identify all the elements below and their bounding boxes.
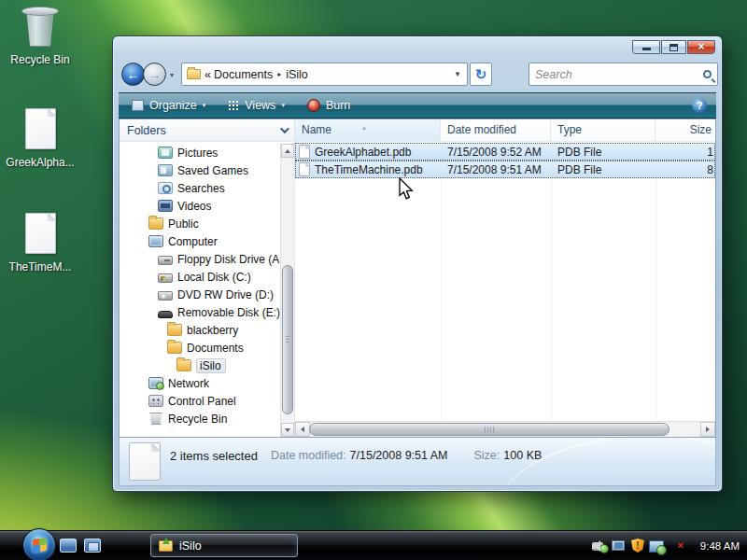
tree-scrollbar-thumb[interactable]	[282, 265, 293, 414]
network-status-icon[interactable]	[649, 539, 664, 553]
taskbar-button-isilo[interactable]: iSilo	[150, 534, 298, 557]
sidebar-item-control-panel[interactable]: Control Panel	[120, 392, 280, 410]
minimize-button[interactable]	[632, 40, 660, 54]
column-divider	[655, 143, 656, 421]
isilo-folder-icon	[159, 540, 173, 552]
column-header-type[interactable]: Type	[551, 119, 655, 141]
back-button[interactable]: ←	[121, 63, 145, 86]
sidebar-item-searches[interactable]: Searches	[120, 179, 280, 197]
burn-button[interactable]: Burn	[307, 99, 350, 112]
views-button[interactable]: Views ▾	[228, 99, 285, 112]
folder-icon	[167, 324, 182, 336]
list-scrollbar-thumb[interactable]	[309, 423, 669, 436]
sidebar-item-isilo[interactable]: iSilo	[120, 357, 280, 374]
sidebar-item-blackberry[interactable]: blackberry	[120, 321, 280, 339]
maximize-button[interactable]	[661, 40, 686, 54]
sidebar-item-recycle-bin[interactable]: Recycle Bin	[120, 410, 280, 427]
sidebar-item-videos[interactable]: Videos	[120, 197, 280, 215]
system-tray: ! ×	[592, 539, 684, 553]
maximize-icon	[669, 44, 678, 51]
taskbar-clock[interactable]: 9:48 AM	[700, 531, 740, 560]
close-icon: ×	[698, 41, 704, 53]
search-icon[interactable]	[703, 70, 712, 78]
column-divider	[551, 143, 552, 421]
computer-icon	[148, 235, 163, 247]
desktop-icon-label: Recycle Bin	[0, 53, 80, 66]
start-button[interactable]	[22, 528, 56, 560]
sidebar-item-label: Control Panel	[168, 394, 240, 409]
refresh-button[interactable]: ↻	[470, 63, 492, 86]
search-input[interactable]	[535, 68, 703, 81]
list-horizontal-scrollbar[interactable]	[295, 421, 715, 437]
file-row-greekalphabet-pdb[interactable]: GreekAlphabet.pdb7/15/2008 9:52 AMPDB Fi…	[295, 143, 715, 161]
scroll-right-button[interactable]	[700, 422, 715, 437]
organize-label: Organize	[149, 99, 197, 112]
search-box[interactable]	[529, 63, 718, 86]
sidebar-item-label: Network	[168, 376, 213, 391]
selection-preview-icon	[129, 442, 161, 481]
disk-icon	[158, 273, 173, 283]
scroll-down-button[interactable]	[281, 423, 294, 437]
sidebar-item-public[interactable]: Public	[120, 215, 280, 232]
security-alert-icon[interactable]: !	[631, 539, 644, 553]
sidebar-item-removable-disk-e[interactable]: Removable Disk (E:)	[120, 303, 280, 321]
folders-collapse-icon[interactable]	[280, 124, 289, 133]
close-button[interactable]: ×	[687, 40, 715, 54]
sidebar-item-label: DVD RW Drive (D:)	[177, 287, 277, 302]
sidebar-item-dvd-rw-drive-d[interactable]: DVD RW Drive (D:)	[120, 286, 280, 303]
address-dropdown-icon[interactable]: ▼	[454, 70, 463, 78]
scroll-up-button[interactable]	[281, 144, 294, 158]
recent-pages-dropdown[interactable]: ▾	[170, 71, 174, 79]
column-header-date-modified[interactable]: Date modified	[441, 119, 551, 141]
sidebar-item-floppy-disk-drive-a[interactable]: Floppy Disk Drive (A:)	[120, 250, 280, 268]
sort-ascending-icon: ▴	[362, 117, 366, 138]
help-button[interactable]: ?	[692, 98, 707, 113]
back-arrow-icon: ←	[127, 67, 140, 82]
size-value: 100 KB	[503, 449, 542, 463]
tree-vertical-scrollbar[interactable]	[280, 144, 294, 437]
show-desktop-button[interactable]	[60, 539, 77, 553]
sidebar-item-label: Public	[168, 217, 203, 231]
column-header-label: Date modified	[447, 123, 516, 136]
folder-icon	[167, 342, 182, 354]
sidebar-item-computer[interactable]: Computer	[120, 232, 280, 250]
status-bar: 2 items selected Date modified: 7/15/200…	[119, 438, 716, 486]
breadcrumb-separator-icon: ▸	[275, 70, 283, 78]
sidebar-item-local-disk-c[interactable]: Local Disk (C:)	[120, 268, 280, 286]
sidebar-item-documents[interactable]: Documents	[120, 339, 280, 357]
sidebar-item-label: Videos	[177, 199, 215, 214]
command-toolbar: Organize ▾ Views ▾ Burn ?	[119, 92, 716, 119]
sidebar-item-network[interactable]: Network	[120, 374, 280, 392]
taskbar: iSilo ! × 9:48 AM	[0, 530, 747, 560]
sidebar-item-pictures[interactable]: Pictures	[120, 144, 280, 161]
desktop-icon-greekalpha[interactable]: GreekAlpha...	[0, 108, 80, 169]
desktop-icon-thetimem[interactable]: TheTimeM...	[0, 213, 80, 273]
column-header-name[interactable]: Name▴	[295, 119, 441, 141]
breadcrumb-isilo[interactable]: iSilo	[283, 68, 311, 81]
organize-button[interactable]: Organize ▾	[132, 99, 205, 112]
breadcrumb-overflow-icon[interactable]: «	[204, 68, 211, 81]
forward-button[interactable]: →	[143, 63, 166, 86]
folders-header[interactable]: Folders	[120, 119, 294, 142]
file-name: TheTimeMachine.pdb	[315, 163, 423, 176]
volume-muted-icon[interactable]: ×	[669, 539, 684, 553]
floppy-icon	[158, 256, 173, 265]
navigation-bar: ← → ▾ « Documents ▸ iSilo ▼ ↻	[113, 59, 722, 92]
switch-windows-button[interactable]	[84, 539, 101, 553]
scroll-up-icon	[285, 149, 290, 153]
file-row-thetimemachine-pdb[interactable]: TheTimeMachine.pdb7/15/2008 9:51 AMPDB F…	[295, 161, 715, 178]
sidebar-item-saved-games[interactable]: Saved Games	[120, 161, 280, 179]
scroll-left-icon	[301, 427, 304, 432]
scroll-left-button[interactable]	[295, 422, 310, 437]
minimize-icon	[642, 48, 651, 50]
column-header-size[interactable]: Size	[655, 119, 715, 141]
file-date-cell: 7/15/2008 9:52 AM	[441, 146, 551, 159]
sidebar-item-label: Computer	[168, 234, 221, 249]
desktop-icon-recycle-bin[interactable]: Recycle Bin	[0, 4, 80, 66]
file-size-cell: 8	[655, 163, 715, 176]
breadcrumb-documents[interactable]: Documents	[211, 68, 275, 81]
network-computer-icon[interactable]	[612, 539, 627, 553]
sidebar-item-label: Floppy Disk Drive (A:)	[177, 252, 290, 267]
scrollbar-grip	[485, 427, 494, 432]
address-bar[interactable]: « Documents ▸ iSilo ▼	[181, 63, 468, 86]
